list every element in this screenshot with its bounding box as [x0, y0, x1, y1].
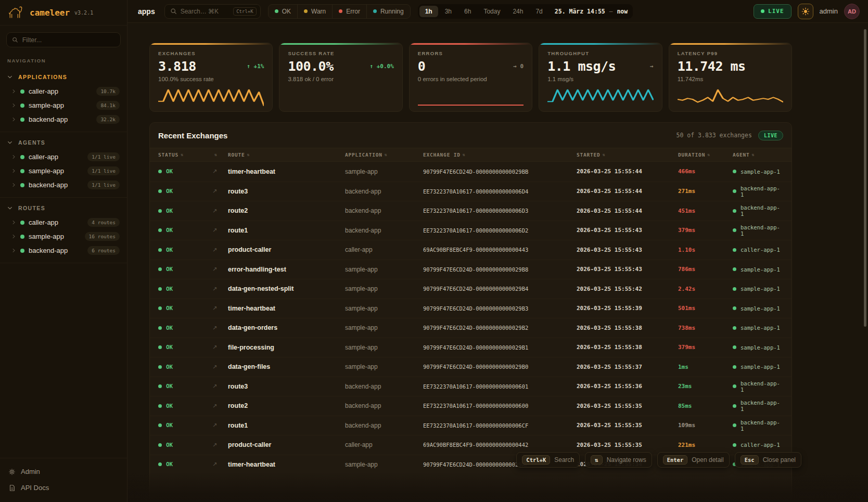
- range-button[interactable]: 7d: [530, 6, 548, 17]
- sidebar-item-admin[interactable]: Admin: [0, 464, 127, 480]
- shortcut-key: Enter: [663, 455, 688, 465]
- range-button[interactable]: 3h: [439, 6, 457, 17]
- range-button[interactable]: 6h: [458, 6, 477, 17]
- keyboard-shortcuts-bar: Ctrl+K Search ⇅ Navigate rows Enter Open…: [516, 452, 801, 468]
- kpi-label: ERRORS: [418, 50, 524, 56]
- sidebar-item-api-docs[interactable]: API Docs: [0, 480, 127, 496]
- column-header-started[interactable]: STARTED⇅: [577, 152, 678, 158]
- sidebar-item[interactable]: backend-app 32.2k: [0, 112, 127, 126]
- exchange-id-cell: EE7322370A10617-00000000000006D3: [423, 208, 577, 214]
- status-label: OK: [166, 305, 173, 312]
- theme-toggle-button[interactable]: [798, 4, 813, 19]
- item-badge: 16 routes: [85, 232, 120, 241]
- agent-cell: backend-app-1: [733, 185, 783, 198]
- search-input[interactable]: [181, 8, 229, 15]
- application-cell: caller-app: [345, 246, 423, 253]
- user-name: admin: [820, 7, 838, 15]
- range-button[interactable]: 1h: [419, 6, 438, 17]
- agent-label: caller-app-1: [741, 247, 780, 253]
- status-dot: [158, 189, 162, 193]
- column-header-route[interactable]: ROUTE⇅: [228, 152, 345, 158]
- table-row[interactable]: OK ↗ timer-heartbeat sample-app 90799F47…: [150, 162, 792, 182]
- table-row[interactable]: OK ↗ route3 backend-app EE7322370A10617-…: [150, 182, 792, 201]
- range-button[interactable]: Today: [478, 6, 506, 17]
- agent-cell: backend-app-1: [733, 204, 783, 217]
- kpi-row: EXCHANGES 3.818 ↑ +1% 100.0% success rat…: [149, 43, 792, 112]
- status-dot: [158, 170, 162, 173]
- status-label: OK: [166, 403, 173, 409]
- table-row[interactable]: OK ↗ file-processing sample-app 90799F47…: [150, 338, 792, 357]
- status-cell: OK: [158, 227, 212, 234]
- status-filter-chip[interactable]: OK: [269, 5, 297, 18]
- table-row[interactable]: OK ↗ data-gen-files sample-app 90799F47E…: [150, 357, 792, 377]
- sort-icon: ⇅: [707, 152, 710, 157]
- item-badge: 1/1 live: [87, 152, 120, 161]
- item-label: caller-app: [29, 153, 83, 161]
- live-dot: [761, 9, 764, 13]
- range-button[interactable]: 24h: [507, 6, 529, 17]
- sidebar-item[interactable]: backend-app 1/1 live: [0, 178, 127, 192]
- column-header-application[interactable]: APPLICATION⇅: [345, 152, 423, 158]
- chevron-right-icon: [11, 169, 16, 173]
- table-row[interactable]: OK ↗ data-gen-nested-split sample-app 90…: [150, 279, 792, 299]
- column-header-blank[interactable]: ⇅: [212, 152, 228, 157]
- filter-input[interactable]: [22, 36, 115, 44]
- sidebar-item[interactable]: caller-app 10.7k: [0, 84, 127, 98]
- kpi-subtitle: 100.0% success rate: [158, 76, 264, 82]
- sidebar-item[interactable]: caller-app 4 routes: [0, 215, 127, 229]
- status-label: OK: [166, 383, 173, 390]
- section-header-routes[interactable]: ROUTES: [0, 201, 127, 215]
- table-row[interactable]: OK ↗ route3 backend-app EE7322370A10617-…: [150, 377, 792, 396]
- live-toggle-button[interactable]: LIVE: [754, 4, 792, 19]
- status-cell: OK: [158, 266, 212, 273]
- status-filter-chip[interactable]: Warn: [297, 5, 332, 18]
- table-row[interactable]: OK ↗ product-caller caller-app 69AC90BF8…: [150, 435, 792, 455]
- sidebar-item[interactable]: backend-app 6 routes: [0, 243, 127, 258]
- status-filter-chip[interactable]: Error: [332, 5, 366, 18]
- table-row[interactable]: OK ↗ route1 backend-app EE7322370A10617-…: [150, 221, 792, 240]
- kpi-card: LATENCY P99 11.742 ms 11.742ms: [669, 43, 792, 112]
- open-route-icon: ↗: [212, 208, 228, 214]
- agent-cell: backend-app-1: [733, 224, 783, 237]
- route-cell: route1: [228, 227, 345, 234]
- table-row[interactable]: OK ↗ route1 backend-app EE7322370A10617-…: [150, 416, 792, 435]
- section-header-applications[interactable]: APPLICATIONS: [0, 70, 127, 84]
- sidebar-item[interactable]: sample-app 84.1k: [0, 98, 127, 112]
- table-row[interactable]: OK ↗ timer-heartbeat sample-app 90799F47…: [150, 299, 792, 318]
- open-route-icon: ↗: [212, 383, 228, 390]
- content: EXCHANGES 3.818 ↑ +1% 100.0% success rat…: [127, 23, 792, 502]
- sidebar-item[interactable]: sample-app 16 routes: [0, 229, 127, 243]
- sidebar-item[interactable]: sample-app 1/1 live: [0, 164, 127, 178]
- avatar[interactable]: AD: [844, 4, 860, 19]
- status-cell: OK: [158, 364, 212, 370]
- column-header-duration[interactable]: DURATION⇅: [678, 152, 733, 158]
- column-header-status[interactable]: STATUS⇅: [158, 152, 212, 158]
- sort-icon: ⇅: [463, 152, 466, 157]
- table-row[interactable]: OK ↗ data-gen-orders sample-app 90799F47…: [150, 318, 792, 338]
- agent-dot: [733, 170, 736, 173]
- app-root: cameleer v3.2.1 NAVIGATION APPLICATIONS: [0, 0, 868, 502]
- table-row[interactable]: OK ↗ route2 backend-app EE7322370A10617-…: [150, 396, 792, 416]
- scrollbar-thumb[interactable]: [864, 29, 866, 327]
- table-row[interactable]: OK ↗ error-handling-test sample-app 9079…: [150, 260, 792, 279]
- section-header-agents[interactable]: AGENTS: [0, 135, 127, 150]
- topbar-right: LIVE admin AD: [754, 4, 860, 19]
- exchange-id-cell: 90799F47E6CD24D-00000000000029B3: [423, 305, 577, 312]
- date-range-display[interactable]: 25. März 14:55 – now: [555, 8, 628, 15]
- kpi-trend: ↑ +0.0%: [369, 63, 393, 70]
- table-row[interactable]: OK ↗ product-caller caller-app 69AC90BF8…: [150, 240, 792, 260]
- agent-label: backend-app-1: [741, 380, 783, 393]
- sidebar-item[interactable]: caller-app 1/1 live: [0, 150, 127, 164]
- kpi-sparkline: [158, 87, 264, 107]
- shortcut-pill: Enter Open detail: [657, 452, 730, 468]
- agent-dot: [733, 267, 736, 271]
- application-cell: sample-app: [345, 344, 423, 351]
- column-header-agent[interactable]: AGENT⇅: [733, 152, 783, 158]
- open-route-icon: ↗: [212, 188, 228, 195]
- started-cell: 2026-03-25 15:55:42: [577, 286, 678, 292]
- chevron-down-icon: [7, 140, 12, 145]
- table-row[interactable]: OK ↗ route2 backend-app EE7322370A10617-…: [150, 201, 792, 221]
- column-header-exchange-id[interactable]: EXCHANGE ID⇅: [423, 152, 577, 158]
- status-filter-chip[interactable]: Running: [366, 5, 410, 18]
- exchange-id-cell: EE7322370A10617-00000000000006D2: [423, 227, 577, 234]
